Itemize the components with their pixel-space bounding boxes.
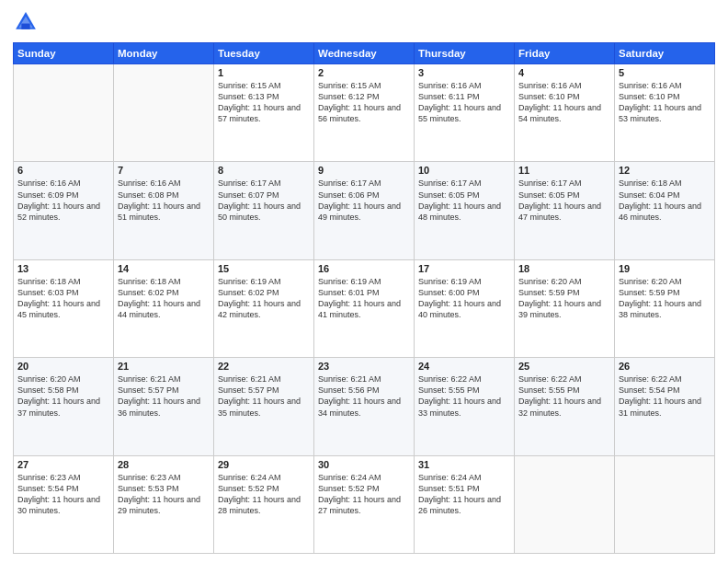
- day-number: 6: [17, 165, 109, 176]
- day-cell: 14Sunrise: 6:18 AMSunset: 6:02 PMDayligh…: [114, 259, 214, 357]
- svg-rect-2: [21, 24, 29, 29]
- day-number: 4: [518, 67, 610, 78]
- day-cell: 21Sunrise: 6:21 AMSunset: 5:57 PMDayligh…: [114, 358, 214, 455]
- day-number: 5: [619, 67, 711, 78]
- day-cell: 10Sunrise: 6:17 AMSunset: 6:05 PMDayligh…: [415, 162, 515, 259]
- day-cell: 24Sunrise: 6:22 AMSunset: 5:55 PMDayligh…: [415, 358, 515, 455]
- day-number: 28: [118, 459, 210, 470]
- header: [13, 9, 715, 35]
- day-number: 14: [118, 263, 210, 274]
- week-row-3: 13Sunrise: 6:18 AMSunset: 6:03 PMDayligh…: [14, 259, 715, 357]
- weekday-header-thursday: Thursday: [415, 43, 515, 64]
- day-number: 23: [318, 361, 410, 372]
- day-cell: [14, 64, 114, 162]
- week-row-5: 27Sunrise: 6:23 AMSunset: 5:54 PMDayligh…: [14, 455, 715, 553]
- day-info: Sunrise: 6:17 AMSunset: 6:07 PMDaylight:…: [218, 178, 310, 223]
- week-row-1: 1Sunrise: 6:15 AMSunset: 6:13 PMDaylight…: [14, 64, 715, 162]
- day-cell: 2Sunrise: 6:15 AMSunset: 6:12 PMDaylight…: [314, 64, 415, 162]
- day-info: Sunrise: 6:16 AMSunset: 6:10 PMDaylight:…: [619, 80, 711, 125]
- day-info: Sunrise: 6:21 AMSunset: 5:57 PMDaylight:…: [218, 373, 310, 419]
- logo: [13, 9, 42, 35]
- day-info: Sunrise: 6:23 AMSunset: 5:53 PMDaylight:…: [118, 472, 210, 517]
- week-row-2: 6Sunrise: 6:16 AMSunset: 6:09 PMDaylight…: [14, 162, 715, 259]
- day-number: 16: [318, 263, 410, 274]
- day-info: Sunrise: 6:23 AMSunset: 5:54 PMDaylight:…: [17, 472, 109, 517]
- day-number: 22: [218, 361, 310, 372]
- day-info: Sunrise: 6:19 AMSunset: 6:01 PMDaylight:…: [318, 276, 410, 321]
- day-cell: 17Sunrise: 6:19 AMSunset: 6:00 PMDayligh…: [415, 259, 515, 357]
- day-cell: 25Sunrise: 6:22 AMSunset: 5:55 PMDayligh…: [515, 358, 615, 455]
- day-cell: 23Sunrise: 6:21 AMSunset: 5:56 PMDayligh…: [314, 358, 415, 455]
- day-cell: 30Sunrise: 6:24 AMSunset: 5:52 PMDayligh…: [314, 455, 415, 553]
- day-cell: 26Sunrise: 6:22 AMSunset: 5:54 PMDayligh…: [615, 358, 715, 455]
- day-info: Sunrise: 6:20 AMSunset: 5:58 PMDaylight:…: [17, 373, 109, 419]
- day-info: Sunrise: 6:18 AMSunset: 6:02 PMDaylight:…: [118, 276, 210, 321]
- day-info: Sunrise: 6:16 AMSunset: 6:10 PMDaylight:…: [518, 80, 610, 125]
- day-cell: 20Sunrise: 6:20 AMSunset: 5:58 PMDayligh…: [14, 358, 114, 455]
- day-number: 2: [318, 67, 410, 78]
- week-row-4: 20Sunrise: 6:20 AMSunset: 5:58 PMDayligh…: [14, 358, 715, 455]
- day-cell: 29Sunrise: 6:24 AMSunset: 5:52 PMDayligh…: [214, 455, 314, 553]
- day-number: 29: [218, 459, 310, 470]
- weekday-header-wednesday: Wednesday: [314, 43, 415, 64]
- day-info: Sunrise: 6:17 AMSunset: 6:06 PMDaylight:…: [318, 178, 410, 223]
- day-cell: 4Sunrise: 6:16 AMSunset: 6:10 PMDaylight…: [515, 64, 615, 162]
- day-number: 24: [418, 361, 510, 372]
- day-cell: 27Sunrise: 6:23 AMSunset: 5:54 PMDayligh…: [14, 455, 114, 553]
- day-cell: 6Sunrise: 6:16 AMSunset: 6:09 PMDaylight…: [14, 162, 114, 259]
- day-number: 1: [218, 67, 310, 78]
- day-info: Sunrise: 6:21 AMSunset: 5:57 PMDaylight:…: [118, 373, 210, 419]
- calendar-table: SundayMondayTuesdayWednesdayThursdayFrid…: [13, 42, 715, 554]
- day-number: 27: [17, 459, 109, 470]
- day-number: 26: [619, 361, 711, 372]
- day-number: 21: [118, 361, 210, 372]
- day-info: Sunrise: 6:20 AMSunset: 5:59 PMDaylight:…: [619, 276, 711, 321]
- weekday-header-friday: Friday: [515, 43, 615, 64]
- day-cell: 19Sunrise: 6:20 AMSunset: 5:59 PMDayligh…: [615, 259, 715, 357]
- day-number: 12: [619, 165, 711, 176]
- day-cell: 18Sunrise: 6:20 AMSunset: 5:59 PMDayligh…: [515, 259, 615, 357]
- day-cell: 5Sunrise: 6:16 AMSunset: 6:10 PMDaylight…: [615, 64, 715, 162]
- day-info: Sunrise: 6:15 AMSunset: 6:13 PMDaylight:…: [218, 80, 310, 125]
- day-info: Sunrise: 6:24 AMSunset: 5:52 PMDaylight:…: [318, 472, 410, 517]
- day-cell: 8Sunrise: 6:17 AMSunset: 6:07 PMDaylight…: [214, 162, 314, 259]
- day-cell: 12Sunrise: 6:18 AMSunset: 6:04 PMDayligh…: [615, 162, 715, 259]
- day-number: 30: [318, 459, 410, 470]
- day-cell: 28Sunrise: 6:23 AMSunset: 5:53 PMDayligh…: [114, 455, 214, 553]
- day-number: 7: [118, 165, 210, 176]
- day-cell: 7Sunrise: 6:16 AMSunset: 6:08 PMDaylight…: [114, 162, 214, 259]
- day-info: Sunrise: 6:19 AMSunset: 6:02 PMDaylight:…: [218, 276, 310, 321]
- day-info: Sunrise: 6:24 AMSunset: 5:52 PMDaylight:…: [218, 472, 310, 517]
- day-cell: 15Sunrise: 6:19 AMSunset: 6:02 PMDayligh…: [214, 259, 314, 357]
- day-number: 8: [218, 165, 310, 176]
- day-cell: 22Sunrise: 6:21 AMSunset: 5:57 PMDayligh…: [214, 358, 314, 455]
- day-info: Sunrise: 6:24 AMSunset: 5:51 PMDaylight:…: [418, 472, 510, 517]
- day-info: Sunrise: 6:22 AMSunset: 5:54 PMDaylight:…: [619, 373, 711, 419]
- day-cell: 1Sunrise: 6:15 AMSunset: 6:13 PMDaylight…: [214, 64, 314, 162]
- day-number: 31: [418, 459, 510, 470]
- day-info: Sunrise: 6:19 AMSunset: 6:00 PMDaylight:…: [418, 276, 510, 321]
- weekday-header-row: SundayMondayTuesdayWednesdayThursdayFrid…: [14, 43, 715, 64]
- day-number: 15: [218, 263, 310, 274]
- weekday-header-monday: Monday: [114, 43, 214, 64]
- day-info: Sunrise: 6:16 AMSunset: 6:09 PMDaylight:…: [17, 178, 109, 223]
- day-info: Sunrise: 6:17 AMSunset: 6:05 PMDaylight:…: [418, 178, 510, 223]
- day-info: Sunrise: 6:21 AMSunset: 5:56 PMDaylight:…: [318, 373, 410, 419]
- day-info: Sunrise: 6:18 AMSunset: 6:04 PMDaylight:…: [619, 178, 711, 223]
- day-number: 11: [518, 165, 610, 176]
- logo-icon: [13, 9, 39, 35]
- day-info: Sunrise: 6:16 AMSunset: 6:11 PMDaylight:…: [418, 80, 510, 125]
- day-cell: 16Sunrise: 6:19 AMSunset: 6:01 PMDayligh…: [314, 259, 415, 357]
- day-cell: [515, 455, 615, 553]
- day-number: 19: [619, 263, 711, 274]
- weekday-header-saturday: Saturday: [615, 43, 715, 64]
- day-cell: 13Sunrise: 6:18 AMSunset: 6:03 PMDayligh…: [14, 259, 114, 357]
- weekday-header-tuesday: Tuesday: [214, 43, 314, 64]
- day-number: 20: [17, 361, 109, 372]
- day-info: Sunrise: 6:17 AMSunset: 6:05 PMDaylight:…: [518, 178, 610, 223]
- day-cell: [114, 64, 214, 162]
- day-cell: 31Sunrise: 6:24 AMSunset: 5:51 PMDayligh…: [415, 455, 515, 553]
- day-cell: 3Sunrise: 6:16 AMSunset: 6:11 PMDaylight…: [415, 64, 515, 162]
- day-info: Sunrise: 6:22 AMSunset: 5:55 PMDaylight:…: [418, 373, 510, 419]
- day-number: 3: [418, 67, 510, 78]
